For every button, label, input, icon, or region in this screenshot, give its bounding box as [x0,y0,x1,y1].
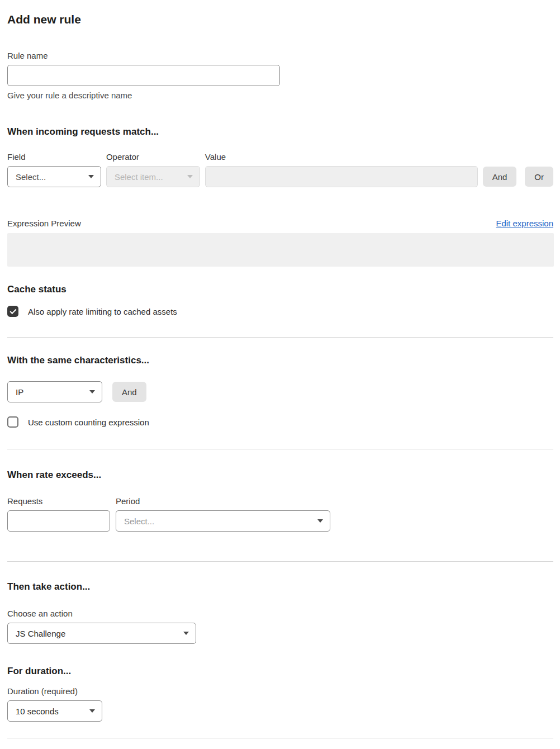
chevron-down-icon [89,390,95,394]
footer-divider [7,738,553,738]
characteristics-row: IP And [7,381,553,402]
duration-section-heading: For duration... [7,665,553,677]
field-select-value: Select... [16,172,84,182]
period-label: Period [116,496,330,506]
and-button[interactable]: And [483,167,517,187]
custom-counting-checkbox[interactable] [7,416,18,428]
or-button[interactable]: Or [525,167,553,187]
cache-checkbox-row: Also apply rate limiting to cached asset… [7,306,553,317]
expression-preview-header: Expression Preview Edit expression [7,219,553,228]
duration-select[interactable]: 10 seconds [7,700,102,722]
action-select[interactable]: JS Challenge [7,623,196,644]
characteristic-select-value: IP [16,387,85,397]
match-section-heading: When incoming requests match... [7,126,553,138]
period-select[interactable]: Select... [116,510,330,532]
choose-action-label: Choose an action [7,608,553,619]
action-section-heading: Then take action... [7,581,553,593]
field-select[interactable]: Select... [7,166,101,187]
and-or-group: And Or [483,167,553,187]
cache-section-heading: Cache status [7,283,553,296]
rate-row: Requests Period Select... [7,496,553,532]
cache-checkbox[interactable] [7,306,18,317]
characteristic-select[interactable]: IP [7,381,102,402]
custom-counting-label: Use custom counting expression [28,418,149,427]
period-select-value: Select... [124,516,313,526]
rule-name-input[interactable] [7,65,280,86]
duration-label: Duration (required) [7,686,553,696]
custom-counting-row: Use custom counting expression [7,416,553,428]
match-condition-row: Field Select... Operator Select item... … [7,151,553,187]
chevron-down-icon [187,175,193,178]
add-rule-form: Add new rule Rule name Give your rule a … [0,0,560,749]
duration-select-value: 10 seconds [16,707,85,716]
requests-label: Requests [7,496,110,506]
rule-name-label: Rule name [7,50,553,61]
edit-expression-link[interactable]: Edit expression [496,219,553,228]
section-divider [7,449,553,449]
operator-select: Select item... [106,166,200,187]
chevron-down-icon [89,709,95,713]
operator-select-value: Select item... [115,172,183,182]
characteristics-and-button[interactable]: And [112,382,146,402]
chevron-down-icon [88,175,94,178]
chevron-down-icon [317,519,323,523]
value-input [205,166,478,187]
page-title: Add new rule [7,12,553,27]
operator-label: Operator [106,151,200,162]
field-label: Field [7,151,101,162]
expression-preview-label: Expression Preview [7,219,81,228]
action-select-value: JS Challenge [16,629,179,638]
expression-preview-box [7,233,554,267]
rule-name-helper: Give your rule a descriptive name [7,91,553,100]
characteristics-section-heading: With the same characteristics... [7,354,553,367]
chevron-down-icon [183,632,189,635]
requests-input[interactable] [7,510,110,532]
value-label: Value [205,151,478,162]
rate-section-heading: When rate exceeds... [7,469,553,481]
section-divider [7,337,553,338]
cache-checkbox-label: Also apply rate limiting to cached asset… [28,307,177,316]
section-divider [7,561,553,562]
rule-name-group: Rule name Give your rule a descriptive n… [7,50,553,100]
